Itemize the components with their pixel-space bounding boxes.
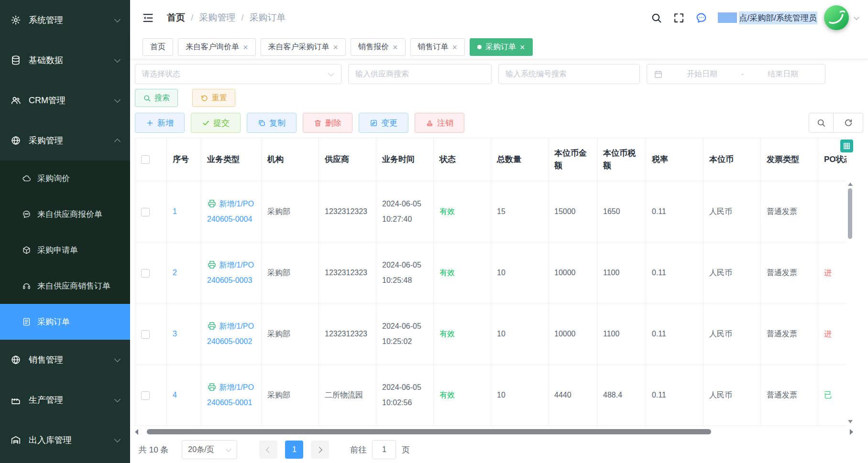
row-checkbox[interactable] — [141, 269, 150, 278]
page-size-select[interactable]: 20条/页 — [182, 440, 237, 459]
close-icon[interactable]: × — [243, 43, 248, 52]
row-checkbox[interactable] — [141, 330, 150, 339]
sidebar-item-label: 来自供应商报价单 — [37, 209, 102, 220]
change-button[interactable]: 变更 — [359, 113, 408, 133]
page-unit-label: 页 — [402, 444, 410, 455]
sidebar-item-supplier-quotation[interactable]: 来自供应商报价单 — [0, 196, 130, 232]
sidebar-item-sales[interactable]: 销售管理 — [0, 340, 130, 380]
row-no-link[interactable]: 2 — [173, 269, 177, 277]
status-badge: 有效 — [434, 181, 491, 242]
sidebar-collapse-icon[interactable] — [142, 11, 154, 24]
chevron-down-icon — [226, 446, 231, 452]
system-no-search-input[interactable] — [498, 64, 640, 84]
tab-label: 销售订单 — [418, 42, 449, 52]
search-button[interactable]: 搜索 — [135, 89, 178, 107]
printer-icon — [207, 260, 217, 269]
submit-button-label: 提交 — [213, 118, 230, 129]
next-page-button[interactable] — [311, 441, 329, 459]
scroll-left-icon[interactable] — [135, 429, 138, 435]
sidebar-item-purchase-order[interactable]: 采购订单 — [0, 304, 130, 340]
sidebar-submenu-purchase: 采购询价 来自供应商报价单 采购申请单 来自供应商销售订单 采购订单 — [0, 161, 130, 340]
cell-org: 采购部 — [262, 242, 319, 303]
sidebar-item-basic-data[interactable]: 基础数据 — [0, 40, 130, 80]
breadcrumb-home[interactable]: 首页 — [167, 11, 185, 24]
sidebar-item-label: 系统管理 — [29, 14, 111, 26]
sidebar-item-supplier-sales-order[interactable]: 来自供应商销售订单 — [0, 268, 130, 304]
horizontal-scroll-track[interactable] — [141, 428, 847, 435]
search-icon[interactable] — [650, 12, 662, 24]
cell-qty: 10 — [491, 242, 549, 303]
cancel-void-button[interactable]: 注销 — [415, 113, 464, 133]
breadcrumb-purchase[interactable]: 采购管理 — [199, 11, 235, 24]
chevron-down-icon — [114, 56, 121, 63]
select-all-checkbox[interactable] — [141, 155, 150, 164]
add-button[interactable]: 新增 — [135, 113, 185, 133]
user-menu[interactable]: 点/采购部/系统管理员 — [718, 5, 858, 30]
sidebar-item-purchase-request[interactable]: 采购申请单 — [0, 232, 130, 268]
total-count: 共 10 条 — [139, 444, 168, 455]
row-checkbox[interactable] — [141, 208, 150, 216]
tab-purchase-order[interactable]: 采购订单 × — [470, 38, 533, 56]
copy-button-label: 复制 — [269, 118, 286, 129]
message-icon[interactable] — [695, 12, 707, 24]
table-row[interactable]: 3 新增/1/PO240605-0002 采购部 1232312323 2024… — [135, 303, 847, 365]
date-end-placeholder[interactable]: 结束日期 — [747, 69, 818, 79]
reset-button[interactable]: 重置 — [192, 89, 235, 107]
sidebar-item-production[interactable]: 生产管理 — [0, 380, 130, 420]
sidebar-item-purchase-inquiry[interactable]: 采购询价 — [0, 161, 130, 196]
globe-icon — [11, 135, 21, 146]
scroll-up-icon[interactable] — [848, 183, 853, 186]
close-icon[interactable]: × — [333, 43, 339, 52]
row-no-link[interactable]: 4 — [173, 391, 177, 399]
page-number-current[interactable]: 1 — [285, 441, 303, 459]
goto-page-input[interactable] — [372, 440, 396, 459]
status-select[interactable]: 请选择状态 — [135, 64, 341, 84]
chevron-down-icon — [114, 16, 121, 22]
horizontal-scroll-thumb[interactable] — [147, 429, 711, 434]
table-row[interactable]: 2 新增/1/PO240605-0003 采购部 1232312323 2024… — [135, 242, 847, 303]
sidebar-item-label: 基础数据 — [29, 54, 111, 66]
tab-label: 销售报价 — [358, 42, 389, 52]
tab-home[interactable]: 首页 — [143, 38, 173, 56]
search-icon — [143, 94, 151, 102]
cell-tax: 1100 — [597, 242, 646, 303]
delete-button[interactable]: 删除 — [303, 113, 352, 133]
vertical-scroll-thumb[interactable] — [848, 188, 852, 239]
tab-customer-purchase-order[interactable]: 来自客户采购订单 × — [261, 38, 346, 56]
refresh-button[interactable] — [834, 113, 863, 133]
date-start-placeholder[interactable]: 开始日期 — [667, 69, 737, 79]
cell-supplier: 1232312323 — [319, 181, 376, 242]
close-icon[interactable]: × — [520, 43, 525, 52]
tab-sales-quote[interactable]: 销售报价 × — [351, 38, 406, 56]
close-icon[interactable]: × — [393, 43, 398, 52]
copy-button[interactable]: 复制 — [247, 113, 297, 133]
sidebar-item-system[interactable]: 系统管理 — [0, 0, 130, 40]
scroll-right-icon[interactable] — [850, 429, 853, 435]
fullscreen-icon[interactable] — [673, 12, 685, 24]
row-no-link[interactable]: 3 — [173, 330, 177, 338]
tab-sales-order[interactable]: 销售订单 × — [410, 38, 465, 56]
chevron-down-icon — [854, 14, 859, 20]
database-icon — [11, 55, 21, 65]
avatar[interactable] — [824, 5, 849, 30]
close-icon[interactable]: × — [452, 43, 458, 52]
row-no-link[interactable]: 1 — [173, 207, 177, 215]
change-button-label: 变更 — [381, 118, 397, 129]
horizontal-scrollbar[interactable] — [135, 428, 853, 435]
supplier-search-input[interactable] — [348, 64, 492, 84]
sidebar-item-purchase[interactable]: 采购管理 — [0, 120, 130, 161]
column-settings-icon[interactable] — [840, 140, 853, 152]
prev-page-button[interactable] — [259, 441, 277, 459]
sidebar-item-warehouse[interactable]: 出入库管理 — [0, 420, 130, 460]
scroll-down-icon[interactable] — [848, 420, 853, 423]
vertical-scrollbar[interactable] — [847, 182, 853, 424]
tab-customer-inquiry[interactable]: 来自客户询价单 × — [178, 38, 256, 56]
search-row: 搜索 重置 — [135, 89, 863, 107]
table-row[interactable]: 4 新增/1/PO240605-0001 采购部 二所物流园 2024-06-0… — [135, 365, 847, 426]
date-range-picker[interactable]: 开始日期 - 结束日期 — [647, 64, 825, 84]
sidebar-item-crm[interactable]: CRM管理 — [0, 80, 130, 120]
submit-button[interactable]: 提交 — [191, 113, 241, 133]
table-search-toggle-button[interactable] — [809, 113, 834, 133]
table-row[interactable]: 1 新增/1/PO240605-0004 采购部 1232312323 2024… — [135, 181, 847, 242]
row-checkbox[interactable] — [141, 391, 150, 400]
